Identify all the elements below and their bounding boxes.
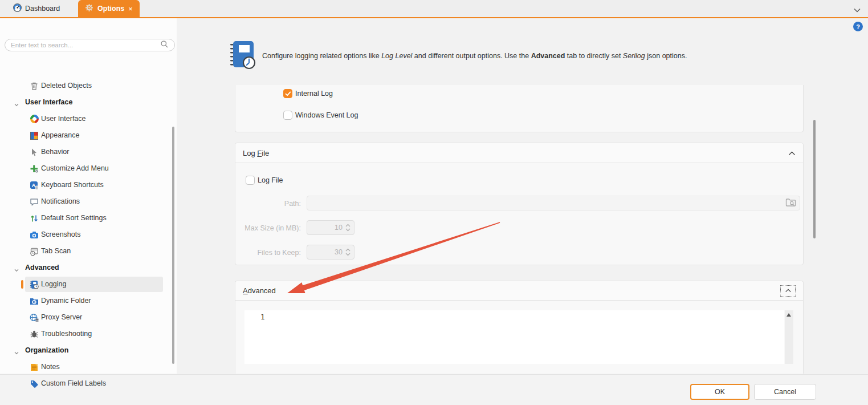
advanced-collapse-button[interactable] xyxy=(780,285,796,297)
max-size-value: 10 xyxy=(335,224,343,232)
sidebar-item-customize-add-menu[interactable]: Customize Add Menu xyxy=(0,160,177,177)
internal-log-checkbox[interactable] xyxy=(283,89,292,98)
sidebar-item-notifications[interactable]: Notifications xyxy=(0,193,177,210)
tab-bar: Dashboard Options × xyxy=(0,0,868,18)
tab-dashboard[interactable]: Dashboard xyxy=(5,0,68,17)
svg-text:A: A xyxy=(32,183,36,188)
sidebar-group-advanced[interactable]: Advanced xyxy=(0,260,177,276)
log-file-group-header[interactable]: Log File xyxy=(235,143,803,163)
sidebar-group-user-interface[interactable]: User Interface xyxy=(0,94,177,111)
chevron-down-icon[interactable] xyxy=(853,5,861,15)
notes-icon xyxy=(30,363,39,372)
sidebar-item-appearance[interactable]: Appearance xyxy=(0,127,177,144)
camera-icon xyxy=(30,230,39,240)
log-file-group: Log File Log File Path: Max Size (in MB)… xyxy=(235,143,804,265)
cancel-button[interactable]: Cancel xyxy=(754,384,816,400)
bug-icon xyxy=(30,330,39,339)
sidebar-item-user-interface[interactable]: User Interface xyxy=(0,111,177,127)
sidebar-tree: Deleted Objects User Interface User Inte… xyxy=(0,18,177,374)
sidebar: Deleted Objects User Interface User Inte… xyxy=(0,18,177,374)
sidebar-item-screenshots[interactable]: Screenshots xyxy=(0,226,177,243)
sidebar-item-logging[interactable]: Logging xyxy=(0,276,177,293)
files-to-keep-stepper[interactable]: 30 xyxy=(307,245,354,260)
tab-dashboard-label: Dashboard xyxy=(25,5,60,13)
max-size-label: Max Size (in MB): xyxy=(235,224,301,232)
add-menu-icon xyxy=(30,164,39,173)
dialog-footer: OK Cancel xyxy=(0,374,868,405)
stepper-arrows-icon xyxy=(345,248,351,256)
chevron-down-icon[interactable] xyxy=(14,265,19,271)
sidebar-item-default-sort-settings[interactable]: Default Sort Settings xyxy=(0,210,177,226)
output-options-group: Internal Log Windows Event Log xyxy=(235,85,804,132)
user-interface-icon xyxy=(30,115,39,124)
tab-scan-icon xyxy=(30,247,39,256)
windows-event-log-checkbox[interactable] xyxy=(283,111,292,120)
dashboard-icon xyxy=(13,3,22,15)
page-description: Configure logging related options like L… xyxy=(262,52,787,60)
tag-icon xyxy=(30,379,39,388)
path-label: Path: xyxy=(235,200,301,208)
path-field xyxy=(307,196,800,210)
advanced-group-header[interactable]: Advanced xyxy=(235,281,803,301)
max-size-stepper[interactable]: 10 xyxy=(307,220,354,235)
advanced-group: Advanced 1 xyxy=(235,281,804,374)
content-scrollbar[interactable] xyxy=(813,120,816,238)
help-icon[interactable]: ? xyxy=(853,22,863,31)
tab-options-label: Options xyxy=(97,5,124,13)
ok-button[interactable]: OK xyxy=(690,384,749,400)
dynamic-folder-icon xyxy=(30,297,39,306)
sort-arrows-icon xyxy=(30,214,39,223)
sidebar-item-tab-scan[interactable]: Tab Scan xyxy=(0,243,177,260)
chevron-up-icon xyxy=(785,289,792,293)
files-to-keep-label: Files to Keep: xyxy=(235,249,301,257)
keyboard-shortcuts-icon: A xyxy=(30,181,39,190)
json-editor[interactable]: 1 xyxy=(244,310,784,364)
internal-log-label: Internal Log xyxy=(295,90,333,98)
sidebar-item-dynamic-folder[interactable]: Dynamic Folder xyxy=(0,293,177,309)
appearance-icon xyxy=(30,131,39,140)
chevron-down-icon[interactable] xyxy=(14,100,19,106)
globe-icon xyxy=(30,313,39,322)
trash-icon xyxy=(30,82,39,91)
editor-line-number: 1 xyxy=(260,313,265,321)
chevron-up-icon[interactable] xyxy=(788,148,796,158)
chevron-down-icon[interactable] xyxy=(14,348,19,354)
sidebar-item-proxy-server[interactable]: Proxy Server xyxy=(0,309,177,326)
sidebar-group-organization[interactable]: Organization xyxy=(0,342,177,359)
options-window: Dashboard Options × ? xyxy=(0,0,868,405)
sidebar-item-behavior[interactable]: Behavior xyxy=(0,144,177,160)
editor-scrollbar[interactable] xyxy=(785,310,793,364)
gear-icon xyxy=(85,3,93,14)
sidebar-item-deleted-objects[interactable]: Deleted Objects xyxy=(0,78,177,94)
sidebar-item-notes[interactable]: Notes xyxy=(0,359,177,375)
logging-icon xyxy=(30,280,39,289)
scroll-up-icon[interactable] xyxy=(787,313,791,317)
advanced-group-title: Advanced xyxy=(243,286,276,295)
cursor-icon xyxy=(30,148,39,157)
sidebar-scrollbar[interactable] xyxy=(172,127,174,364)
files-to-keep-value: 30 xyxy=(335,248,343,256)
log-file-checkbox-label: Log File xyxy=(258,176,283,184)
sidebar-item-keyboard-shortcuts[interactable]: A Keyboard Shortcuts xyxy=(0,177,177,193)
log-file-group-title: Log File xyxy=(243,149,269,157)
log-file-checkbox[interactable] xyxy=(246,176,255,185)
close-icon[interactable]: × xyxy=(128,5,133,13)
stepper-arrows-icon xyxy=(345,224,351,232)
windows-event-log-label: Windows Event Log xyxy=(295,111,358,119)
speech-bubble-icon xyxy=(30,197,39,206)
sidebar-item-troubleshooting[interactable]: Troubleshooting xyxy=(0,326,177,342)
tab-options[interactable]: Options × xyxy=(78,0,140,17)
path-input[interactable] xyxy=(311,199,785,207)
browse-folder-icon[interactable] xyxy=(785,197,796,209)
logging-page-icon xyxy=(230,41,256,70)
